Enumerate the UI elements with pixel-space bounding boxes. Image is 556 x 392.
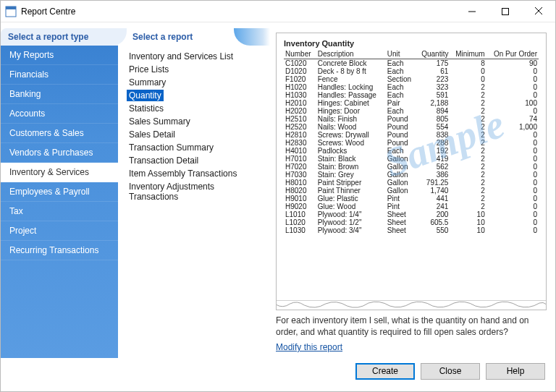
create-button[interactable]: Create: [355, 363, 415, 380]
table-row: C1020Concrete BlockEach175890: [284, 59, 539, 68]
sidebar-item[interactable]: Employees & Payroll: [1, 182, 118, 202]
column-header: On Pur Order: [486, 49, 539, 59]
table-row: L1020Plywood: 1/2"Sheet605.5100: [284, 218, 539, 226]
table-row: H9010Glue: PlasticPint44120: [284, 195, 539, 203]
svg-rect-3: [502, 8, 509, 14]
report-item[interactable]: Transaction Detail: [127, 155, 201, 166]
table-row: H9020Glue: WoodPint24120: [284, 203, 539, 210]
column-header: Quantity: [416, 49, 450, 59]
preview-table: NumberDescriptionUnitQuantityMinimumOn P…: [284, 49, 539, 234]
column-header: Unit: [386, 49, 416, 59]
app-icon: [5, 6, 17, 17]
table-row: H8020Paint ThinnerGallon1,74020: [284, 187, 539, 195]
report-item[interactable]: Price Lists: [127, 64, 171, 75]
table-row: H8010Paint StripperGallon791.2520: [284, 179, 539, 187]
table-row: H7030Stain: GreyGallon38620: [284, 171, 539, 179]
column-header: Description: [316, 49, 386, 59]
column-header: Number: [284, 49, 316, 59]
sidebar-item[interactable]: Recurring Transactions: [1, 241, 118, 260]
report-centre-window: Report Centre Select a report type My Re…: [0, 0, 556, 392]
report-item[interactable]: Summary: [127, 77, 168, 88]
table-row: H1020Handles: LockingEach32320: [284, 83, 539, 91]
report-preview: Inventory Quantity NumberDescriptionUnit…: [276, 33, 547, 310]
maximize-button[interactable]: [489, 1, 522, 22]
report-item[interactable]: Sales Summary: [127, 116, 193, 127]
table-row: H7020Stain: BrownGallon56220: [284, 163, 539, 171]
titlebar: Report Centre: [1, 1, 555, 22]
table-row: L1010Plywood: 1/4"Sheet200100: [284, 210, 539, 218]
svg-rect-1: [6, 7, 16, 9]
torn-edge: [276, 300, 547, 310]
table-row: L1030Plywood: 3/4"Sheet550100: [284, 226, 539, 234]
report-item[interactable]: Inventory Adjustments Transactions: [127, 181, 267, 203]
table-row: H7010Stain: BlackGallon41920: [284, 155, 539, 163]
sidebar-item[interactable]: Project: [1, 221, 118, 241]
report-item[interactable]: Inventory and Services List: [127, 51, 235, 62]
sidebar-item[interactable]: Customers & Sales: [1, 124, 118, 143]
report-description: For each inventory item I sell, what is …: [276, 315, 547, 338]
table-row: H2520Nails: WoodPound55421,000: [284, 123, 539, 131]
table-row: H2810Screws: DrywallPound83820: [284, 131, 539, 139]
report-item[interactable]: Transaction Summary: [127, 142, 216, 153]
help-button[interactable]: Help: [486, 363, 545, 380]
sidebar-item[interactable]: Banking: [1, 85, 118, 104]
sidebar-item[interactable]: Financials: [1, 65, 118, 85]
report-type-sidebar: My ReportsFinancialsBankingAccountsCusto…: [1, 46, 118, 358]
table-row: H2010Hinges: CabinetPair2,1882100: [284, 99, 539, 107]
table-row: H2830Screws: WoodPound28820: [284, 139, 539, 147]
table-row: D1020Deck - 8 by 8 ftEach6100: [284, 67, 539, 75]
minimize-button[interactable]: [455, 1, 489, 22]
table-row: H1030Handles: PassageEach59120: [284, 91, 539, 99]
table-row: H2510Nails: FinishPound805274: [284, 115, 539, 123]
report-item[interactable]: Sales Detail: [127, 129, 177, 140]
report-item[interactable]: Statistics: [127, 103, 166, 114]
table-row: H2020Hinges: DoorEach89420: [284, 107, 539, 115]
close-button[interactable]: Close: [421, 363, 480, 380]
button-bar: Create Close Help: [1, 358, 551, 387]
sidebar-item[interactable]: My Reports: [1, 46, 118, 65]
sidebar-item[interactable]: Inventory & Services: [1, 163, 118, 182]
modify-report-link[interactable]: Modify this report: [276, 338, 547, 354]
table-row: H4010PadlocksEach19220: [284, 147, 539, 155]
table-row: F1020FenceSection22300: [284, 75, 539, 83]
sidebar-item[interactable]: Tax: [1, 202, 118, 221]
report-item[interactable]: Quantity: [127, 90, 164, 101]
report-list: Inventory and Services ListPrice ListsSu…: [118, 46, 270, 358]
sidebar-item[interactable]: Accounts: [1, 104, 118, 124]
window-title: Report Centre: [21, 7, 455, 17]
column-header: Minimum: [450, 49, 486, 59]
tab-select-report: Select a report: [118, 28, 270, 46]
report-item[interactable]: Item Assembly Transactions: [127, 168, 239, 179]
preview-title: Inventory Quantity: [284, 39, 539, 48]
tab-select-report-type: Select a report type: [1, 28, 118, 46]
sidebar-item[interactable]: Vendors & Purchases: [1, 143, 118, 163]
close-window-button[interactable]: [522, 1, 555, 22]
